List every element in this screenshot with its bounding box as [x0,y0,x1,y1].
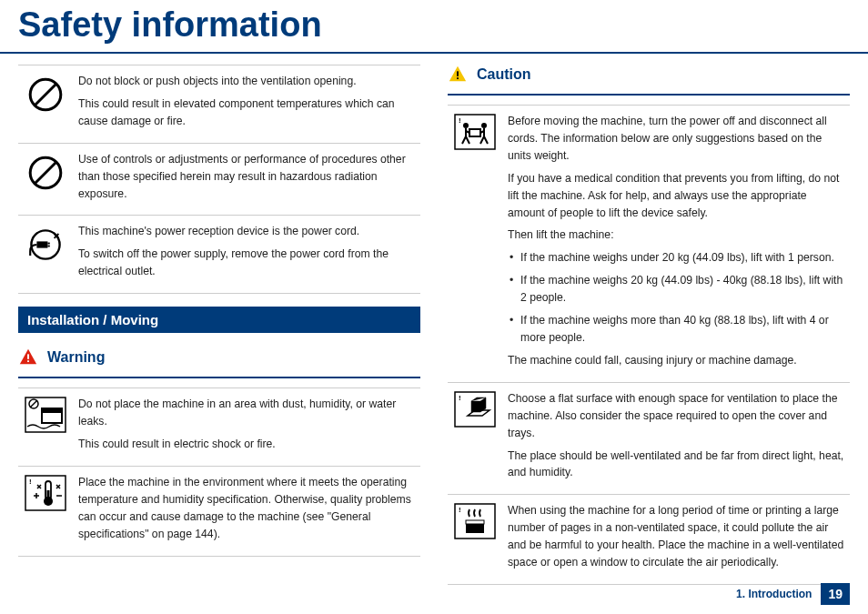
svg-rect-26 [469,129,480,136]
page-footer: 1. Introduction 19 [736,583,850,605]
page-title: Safety information [0,0,868,54]
cell-text: Use of controls or adjustments or perfor… [73,143,420,216]
text-line: This could result in electric shock or f… [78,436,415,453]
text-line: This could result in elevated component … [78,96,415,130]
cell-text: When using the machine for a long period… [502,495,850,585]
text-line: When using the machine for a long period… [508,502,844,571]
svg-rect-21 [457,77,459,79]
warning-table: Do not place the machine in an area with… [18,388,420,556]
cell-text: This machine's power reception device is… [73,216,420,294]
caution-heading-text: Caution [477,66,531,83]
no-water-dust-icon [24,396,67,434]
power-plug-icon [24,223,67,261]
chapter-label: 1. Introduction [736,588,812,600]
svg-rect-7 [47,246,49,247]
cell-text: Do not place the machine in an area with… [73,388,420,467]
svg-rect-6 [47,243,49,245]
svg-line-1 [35,84,56,106]
prohibit-icon [24,73,67,111]
text-line: This machine's power reception device is… [78,223,415,240]
text-line: If you have a medical condition that pre… [508,170,844,222]
warning-triangle-icon [18,347,38,367]
divider-line [448,94,850,96]
svg-line-3 [35,162,56,184]
list-item: If the machine weighs under 20 kg (44.09… [508,249,844,267]
temperature-humidity-icon: ! [24,474,67,512]
text-line: The machine could fall, causing injury o… [508,352,844,369]
table-row: Do not place the machine in an area with… [18,388,420,467]
warning-heading-row: Warning [18,347,420,367]
svg-point-25 [481,123,487,128]
table-row: ! Before moving the machine, turn the po… [448,106,850,383]
svg-text:!: ! [459,116,461,125]
svg-text:!: ! [459,506,461,514]
svg-rect-9 [27,360,29,362]
table-row: Use of controls or adjustments or perfor… [18,143,420,216]
svg-rect-8 [27,354,29,359]
table-row: ! Place the machine in the environment w… [18,466,420,556]
weight-bullet-list: If the machine weighs under 20 kg (44.09… [508,249,844,347]
table-row: ! Choose a flat surface with enough spac… [448,382,850,495]
table-row: ! When using the machine for a long peri… [448,495,850,585]
content-columns: Do not block or push objects into the ve… [0,65,868,594]
warning-heading-text: Warning [47,349,105,366]
text-line: Before moving the machine, turn the powe… [508,113,844,165]
list-item: If the machine weighs more than 40 kg (8… [508,312,844,347]
text-line: Do not block or push objects into the ve… [78,73,415,90]
left-column: Do not block or push objects into the ve… [18,65,420,594]
text-line: Place the machine in the environment whe… [78,474,415,543]
prohibit-icon [24,151,67,189]
caution-heading-row: Caution [448,65,850,85]
text-line: Do not place the machine in an area with… [78,396,415,430]
caution-table: ! Before moving the machine, turn the po… [448,105,850,585]
flat-surface-icon: ! [453,390,497,428]
text-line: To switch off the power supply, remove t… [78,246,415,280]
cell-text: Choose a flat surface with enough space … [502,382,850,495]
svg-rect-5 [36,242,47,248]
section-heading-bar: Installation / Moving [18,307,420,333]
svg-point-24 [463,123,469,128]
divider-line [18,377,420,378]
top-warning-table: Do not block or push objects into the ve… [18,65,420,294]
right-column: Caution ! Before moving the machine, tur… [448,65,850,594]
caution-triangle-icon [448,65,468,85]
cell-text: Place the machine in the environment whe… [73,466,420,556]
svg-rect-19 [47,490,50,499]
cell-text: Before moving the machine, turn the powe… [502,106,850,383]
page-number: 19 [821,583,850,605]
svg-rect-14 [42,408,62,413]
svg-rect-32 [466,520,484,524]
svg-line-12 [30,400,37,408]
cell-text: Do not block or push objects into the ve… [73,65,420,144]
lift-machine-icon: ! [453,113,497,151]
text-line: Choose a flat surface with enough space … [508,390,844,442]
svg-text:!: ! [459,394,461,402]
svg-text:!: ! [29,478,32,486]
text-line: The place should be well-ventilated and … [508,448,844,482]
text-line: Use of controls or adjustments or perfor… [78,151,415,203]
svg-rect-20 [457,71,459,76]
table-row: This machine's power reception device is… [18,216,420,294]
ventilation-icon: ! [453,502,497,540]
table-row: Do not block or push objects into the ve… [18,65,420,144]
list-item: If the machine weighs 20 kg (44.09 lbs) … [508,272,844,307]
text-line: Then lift the machine: [508,226,844,244]
